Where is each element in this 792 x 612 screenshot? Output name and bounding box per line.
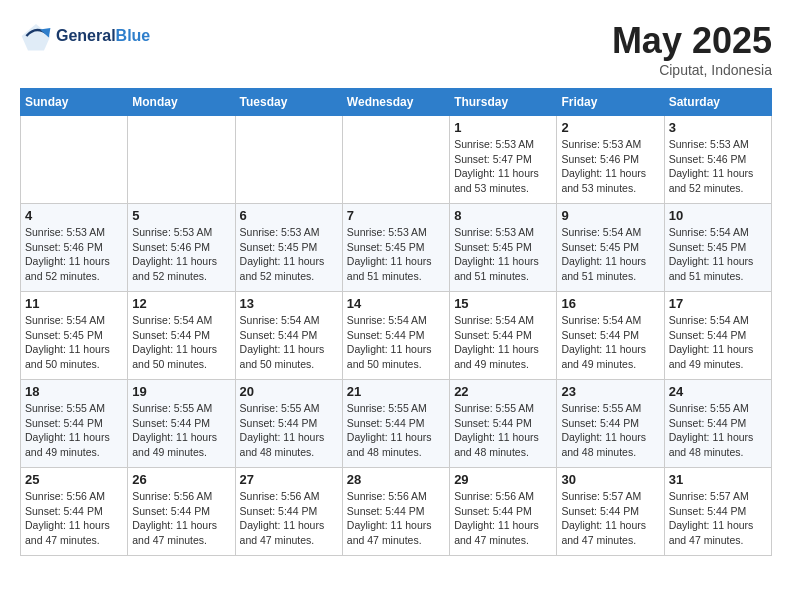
- week-row-2: 4Sunrise: 5:53 AM Sunset: 5:46 PM Daylig…: [21, 204, 772, 292]
- day-number: 13: [240, 296, 338, 311]
- day-info: Sunrise: 5:53 AM Sunset: 5:46 PM Dayligh…: [561, 137, 659, 196]
- calendar-cell: 13Sunrise: 5:54 AM Sunset: 5:44 PM Dayli…: [235, 292, 342, 380]
- day-number: 19: [132, 384, 230, 399]
- day-info: Sunrise: 5:53 AM Sunset: 5:45 PM Dayligh…: [347, 225, 445, 284]
- day-info: Sunrise: 5:54 AM Sunset: 5:45 PM Dayligh…: [561, 225, 659, 284]
- day-number: 18: [25, 384, 123, 399]
- calendar-cell: 12Sunrise: 5:54 AM Sunset: 5:44 PM Dayli…: [128, 292, 235, 380]
- page-header: GeneralBlue May 2025 Ciputat, Indonesia: [20, 20, 772, 78]
- calendar-cell: 20Sunrise: 5:55 AM Sunset: 5:44 PM Dayli…: [235, 380, 342, 468]
- header-friday: Friday: [557, 89, 664, 116]
- day-number: 27: [240, 472, 338, 487]
- day-info: Sunrise: 5:55 AM Sunset: 5:44 PM Dayligh…: [25, 401, 123, 460]
- day-number: 21: [347, 384, 445, 399]
- calendar-body: 1Sunrise: 5:53 AM Sunset: 5:47 PM Daylig…: [21, 116, 772, 556]
- calendar-cell: 28Sunrise: 5:56 AM Sunset: 5:44 PM Dayli…: [342, 468, 449, 556]
- location-subtitle: Ciputat, Indonesia: [612, 62, 772, 78]
- day-info: Sunrise: 5:56 AM Sunset: 5:44 PM Dayligh…: [347, 489, 445, 548]
- calendar-cell: 24Sunrise: 5:55 AM Sunset: 5:44 PM Dayli…: [664, 380, 771, 468]
- day-info: Sunrise: 5:54 AM Sunset: 5:44 PM Dayligh…: [347, 313, 445, 372]
- day-number: 15: [454, 296, 552, 311]
- day-number: 25: [25, 472, 123, 487]
- calendar-cell: 4Sunrise: 5:53 AM Sunset: 5:46 PM Daylig…: [21, 204, 128, 292]
- week-row-4: 18Sunrise: 5:55 AM Sunset: 5:44 PM Dayli…: [21, 380, 772, 468]
- day-number: 14: [347, 296, 445, 311]
- month-title: May 2025: [612, 20, 772, 62]
- day-info: Sunrise: 5:57 AM Sunset: 5:44 PM Dayligh…: [561, 489, 659, 548]
- calendar-cell: 9Sunrise: 5:54 AM Sunset: 5:45 PM Daylig…: [557, 204, 664, 292]
- day-info: Sunrise: 5:54 AM Sunset: 5:44 PM Dayligh…: [561, 313, 659, 372]
- calendar-cell: [21, 116, 128, 204]
- calendar-cell: 10Sunrise: 5:54 AM Sunset: 5:45 PM Dayli…: [664, 204, 771, 292]
- day-number: 3: [669, 120, 767, 135]
- day-info: Sunrise: 5:54 AM Sunset: 5:44 PM Dayligh…: [669, 313, 767, 372]
- week-row-3: 11Sunrise: 5:54 AM Sunset: 5:45 PM Dayli…: [21, 292, 772, 380]
- header-thursday: Thursday: [450, 89, 557, 116]
- day-info: Sunrise: 5:54 AM Sunset: 5:44 PM Dayligh…: [454, 313, 552, 372]
- day-info: Sunrise: 5:55 AM Sunset: 5:44 PM Dayligh…: [132, 401, 230, 460]
- day-info: Sunrise: 5:55 AM Sunset: 5:44 PM Dayligh…: [240, 401, 338, 460]
- calendar-cell: 2Sunrise: 5:53 AM Sunset: 5:46 PM Daylig…: [557, 116, 664, 204]
- day-number: 30: [561, 472, 659, 487]
- day-number: 31: [669, 472, 767, 487]
- day-number: 29: [454, 472, 552, 487]
- day-number: 16: [561, 296, 659, 311]
- day-number: 9: [561, 208, 659, 223]
- day-number: 10: [669, 208, 767, 223]
- day-info: Sunrise: 5:54 AM Sunset: 5:44 PM Dayligh…: [240, 313, 338, 372]
- calendar-cell: 7Sunrise: 5:53 AM Sunset: 5:45 PM Daylig…: [342, 204, 449, 292]
- calendar-cell: 18Sunrise: 5:55 AM Sunset: 5:44 PM Dayli…: [21, 380, 128, 468]
- calendar-cell: 6Sunrise: 5:53 AM Sunset: 5:45 PM Daylig…: [235, 204, 342, 292]
- day-info: Sunrise: 5:55 AM Sunset: 5:44 PM Dayligh…: [347, 401, 445, 460]
- logo: GeneralBlue: [20, 20, 150, 52]
- calendar-table: SundayMondayTuesdayWednesdayThursdayFrid…: [20, 88, 772, 556]
- day-info: Sunrise: 5:53 AM Sunset: 5:45 PM Dayligh…: [454, 225, 552, 284]
- day-info: Sunrise: 5:53 AM Sunset: 5:45 PM Dayligh…: [240, 225, 338, 284]
- day-info: Sunrise: 5:55 AM Sunset: 5:44 PM Dayligh…: [454, 401, 552, 460]
- calendar-cell: 1Sunrise: 5:53 AM Sunset: 5:47 PM Daylig…: [450, 116, 557, 204]
- day-number: 17: [669, 296, 767, 311]
- calendar-cell: 11Sunrise: 5:54 AM Sunset: 5:45 PM Dayli…: [21, 292, 128, 380]
- day-info: Sunrise: 5:56 AM Sunset: 5:44 PM Dayligh…: [454, 489, 552, 548]
- day-number: 6: [240, 208, 338, 223]
- calendar-cell: 27Sunrise: 5:56 AM Sunset: 5:44 PM Dayli…: [235, 468, 342, 556]
- calendar-cell: 8Sunrise: 5:53 AM Sunset: 5:45 PM Daylig…: [450, 204, 557, 292]
- day-info: Sunrise: 5:56 AM Sunset: 5:44 PM Dayligh…: [240, 489, 338, 548]
- header-sunday: Sunday: [21, 89, 128, 116]
- day-info: Sunrise: 5:53 AM Sunset: 5:47 PM Dayligh…: [454, 137, 552, 196]
- week-row-1: 1Sunrise: 5:53 AM Sunset: 5:47 PM Daylig…: [21, 116, 772, 204]
- day-info: Sunrise: 5:55 AM Sunset: 5:44 PM Dayligh…: [669, 401, 767, 460]
- day-number: 12: [132, 296, 230, 311]
- calendar-cell: 25Sunrise: 5:56 AM Sunset: 5:44 PM Dayli…: [21, 468, 128, 556]
- calendar-cell: 29Sunrise: 5:56 AM Sunset: 5:44 PM Dayli…: [450, 468, 557, 556]
- calendar-cell: 5Sunrise: 5:53 AM Sunset: 5:46 PM Daylig…: [128, 204, 235, 292]
- calendar-cell: [342, 116, 449, 204]
- logo-icon: [20, 20, 52, 52]
- day-number: 5: [132, 208, 230, 223]
- calendar-cell: 26Sunrise: 5:56 AM Sunset: 5:44 PM Dayli…: [128, 468, 235, 556]
- week-row-5: 25Sunrise: 5:56 AM Sunset: 5:44 PM Dayli…: [21, 468, 772, 556]
- day-number: 26: [132, 472, 230, 487]
- header-wednesday: Wednesday: [342, 89, 449, 116]
- day-info: Sunrise: 5:56 AM Sunset: 5:44 PM Dayligh…: [132, 489, 230, 548]
- day-number: 2: [561, 120, 659, 135]
- day-number: 7: [347, 208, 445, 223]
- day-number: 28: [347, 472, 445, 487]
- title-block: May 2025 Ciputat, Indonesia: [612, 20, 772, 78]
- day-info: Sunrise: 5:57 AM Sunset: 5:44 PM Dayligh…: [669, 489, 767, 548]
- calendar-cell: 30Sunrise: 5:57 AM Sunset: 5:44 PM Dayli…: [557, 468, 664, 556]
- day-info: Sunrise: 5:54 AM Sunset: 5:44 PM Dayligh…: [132, 313, 230, 372]
- header-saturday: Saturday: [664, 89, 771, 116]
- day-number: 11: [25, 296, 123, 311]
- calendar-cell: 19Sunrise: 5:55 AM Sunset: 5:44 PM Dayli…: [128, 380, 235, 468]
- day-number: 1: [454, 120, 552, 135]
- calendar-cell: 31Sunrise: 5:57 AM Sunset: 5:44 PM Dayli…: [664, 468, 771, 556]
- day-info: Sunrise: 5:53 AM Sunset: 5:46 PM Dayligh…: [25, 225, 123, 284]
- calendar-cell: [235, 116, 342, 204]
- calendar-cell: 16Sunrise: 5:54 AM Sunset: 5:44 PM Dayli…: [557, 292, 664, 380]
- calendar-cell: 21Sunrise: 5:55 AM Sunset: 5:44 PM Dayli…: [342, 380, 449, 468]
- day-info: Sunrise: 5:56 AM Sunset: 5:44 PM Dayligh…: [25, 489, 123, 548]
- header-tuesday: Tuesday: [235, 89, 342, 116]
- calendar-header: SundayMondayTuesdayWednesdayThursdayFrid…: [21, 89, 772, 116]
- calendar-cell: 15Sunrise: 5:54 AM Sunset: 5:44 PM Dayli…: [450, 292, 557, 380]
